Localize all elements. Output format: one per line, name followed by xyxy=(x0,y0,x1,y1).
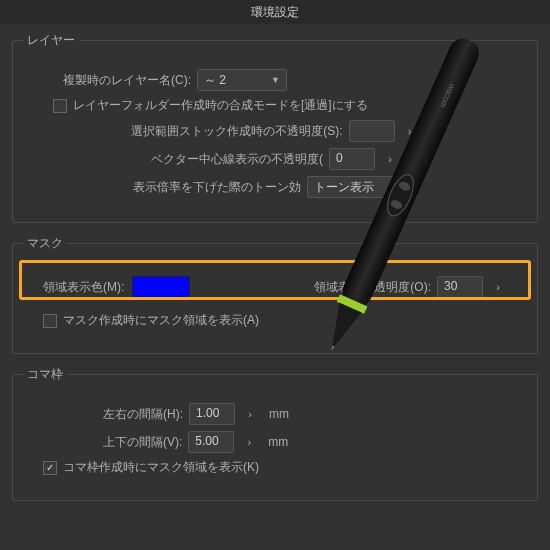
svg-marker-5 xyxy=(322,303,361,351)
tone-label: 表示倍率を下げた際のトーン効 xyxy=(133,179,301,196)
dup-name-value: ～ 2 xyxy=(204,72,226,89)
stock-opacity-label: 選択範囲ストック作成時の不透明度(S): xyxy=(131,123,342,140)
frame-show-mask-checkbox[interactable]: ✓ コマ枠作成時にマスク領域を表示(K) xyxy=(43,459,259,476)
mask-show-label: マスク作成時にマスク領域を表示(A) xyxy=(63,312,259,329)
folder-blend-checkbox[interactable]: レイヤーフォルダー作成時の合成モードを[通過]にする xyxy=(53,97,368,114)
h-gap-stepper[interactable]: › xyxy=(241,403,259,425)
layer-legend: レイヤー xyxy=(23,32,79,49)
checkbox-box xyxy=(43,314,57,328)
area-opacity-stepper[interactable]: › xyxy=(489,276,507,298)
svg-rect-0 xyxy=(338,34,483,311)
frame-section: コマ枠 左右の間隔(H): 1.00 › mm 上下の間隔(V): 5.00 ›… xyxy=(12,366,538,501)
h-gap-label: 左右の間隔(H): xyxy=(103,406,183,423)
v-gap-unit: mm xyxy=(268,435,288,449)
area-color-swatch[interactable] xyxy=(132,276,190,298)
checkbox-box-checked: ✓ xyxy=(43,461,57,475)
v-gap-stepper[interactable]: › xyxy=(240,431,258,453)
chevron-down-icon: ▼ xyxy=(271,75,280,85)
area-color-label: 領域表示色(M): xyxy=(43,279,124,296)
h-gap-input[interactable]: 1.00 xyxy=(189,403,235,425)
window-title: 環境設定 xyxy=(0,0,550,24)
dup-name-select[interactable]: ～ 2 ▼ xyxy=(197,69,287,91)
frame-legend: コマ枠 xyxy=(23,366,67,383)
v-gap-input[interactable]: 5.00 xyxy=(188,431,234,453)
vector-center-label: ベクター中心線表示の不透明度( xyxy=(151,151,323,168)
svg-marker-6 xyxy=(330,346,334,351)
checkbox-box xyxy=(53,99,67,113)
mask-legend: マスク xyxy=(23,235,67,252)
v-gap-label: 上下の間隔(V): xyxy=(103,434,182,451)
dup-name-label: 複製時のレイヤー名(C): xyxy=(63,72,191,89)
folder-blend-label: レイヤーフォルダー作成時の合成モードを[通過]にする xyxy=(73,97,368,114)
frame-show-mask-label: コマ枠作成時にマスク領域を表示(K) xyxy=(63,459,259,476)
mask-show-checkbox[interactable]: マスク作成時にマスク領域を表示(A) xyxy=(43,312,259,329)
h-gap-unit: mm xyxy=(269,407,289,421)
